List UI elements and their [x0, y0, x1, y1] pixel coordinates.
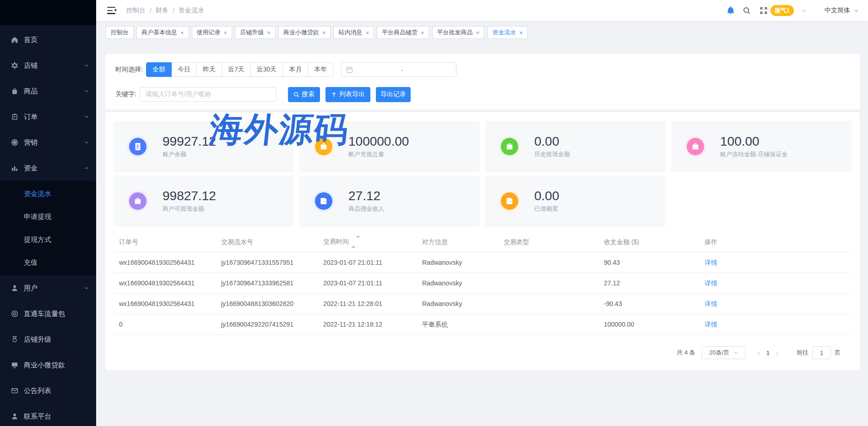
wallet-icon [501, 192, 518, 210]
sidebar: 首页 店铺 商品 订单 营销 [0, 0, 96, 426]
bag-icon [11, 87, 18, 95]
sidebar-item-orders[interactable]: 订单 [0, 104, 96, 130]
next-page-button[interactable]: › [776, 349, 778, 357]
stat-withdraw-history: 0.00历史提现金额 [485, 121, 666, 172]
goto-label: 前往 [797, 349, 808, 357]
tab-platform-wholesale[interactable]: 平台批发商品× [432, 26, 485, 39]
sidebar-item-fund-flow[interactable]: 资金流水 [0, 182, 96, 205]
prev-page-button[interactable]: ‹ [758, 349, 760, 357]
export-records-button[interactable]: 导出记录 [376, 87, 411, 102]
current-page[interactable]: 1 [766, 350, 770, 356]
sidebar-item-recharge[interactable]: 充值 [0, 251, 96, 274]
tab-usage-records[interactable]: 使用记录× [192, 26, 233, 39]
col-trade-type: 交易类型 [498, 232, 598, 252]
stat-label: 账户冻结金额-店铺保证金 [720, 150, 787, 158]
keyword-input[interactable]: 请输入订单号/用户昵称 [140, 87, 277, 102]
col-party-info: 对方信息 [417, 232, 498, 252]
app: 首页 店铺 商品 订单 营销 [0, 0, 868, 426]
date-range-input[interactable]: - [341, 62, 456, 77]
main-card: 99927.12账户余额 100000.00帐户充值总量 0.00历史提现金额 … [105, 112, 860, 370]
sidebar-item-micro-loan[interactable]: 商业小微贷款 [0, 352, 96, 378]
range-month-button[interactable]: 本月 [283, 62, 308, 77]
stat-value: 27.12 [348, 189, 384, 203]
tab-close-icon[interactable]: × [322, 30, 326, 36]
breadcrumb-separator: / [150, 7, 152, 14]
language-selector[interactable]: 中文简体 [825, 6, 859, 15]
tab-micro-loan[interactable]: 商业小微贷款× [278, 26, 331, 39]
page-size-select[interactable]: 20条/页 [702, 346, 746, 359]
sidebar-item-funds[interactable]: 资金 [0, 155, 96, 181]
monitor-icon [11, 361, 18, 369]
range-year-button[interactable]: 本年 [308, 62, 333, 77]
notification-bell-icon[interactable] [727, 6, 735, 15]
tab-close-icon[interactable]: × [519, 30, 523, 36]
tab-close-icon[interactable]: × [365, 30, 369, 36]
tab-shop-upgrade[interactable]: 店铺升级× [235, 26, 276, 39]
stats-grid: 99927.12账户余额 100000.00帐户充值总量 0.00历史提现金额 … [114, 121, 852, 227]
sidebar-item-label: 资金 [24, 164, 38, 173]
stat-label: 商户可提现金额 [163, 205, 216, 213]
sidebar-item-withdraw-method[interactable]: 提现方式 [0, 228, 96, 251]
search-icon[interactable] [743, 6, 751, 15]
chevron-down-icon [84, 115, 89, 119]
detail-link[interactable]: 详情 [705, 321, 717, 328]
tab-site-messages[interactable]: 站内消息× [333, 26, 374, 39]
time-filter-label: 时间选择: [115, 66, 143, 74]
sort-caret-icon[interactable] [351, 238, 360, 246]
chevron-down-icon [854, 8, 859, 13]
sidebar-item-goods[interactable]: 商品 [0, 78, 96, 104]
goto-page-input[interactable]: 1 [812, 346, 831, 359]
sidebar-item-withdraw-apply[interactable]: 申请提现 [0, 205, 96, 228]
tab-close-icon[interactable]: × [421, 30, 424, 36]
user-avatar-badge[interactable]: 服气1 [770, 5, 794, 16]
stat-value: 100000.00 [348, 135, 409, 148]
contact-icon [11, 413, 18, 420]
tab-close-icon[interactable]: × [476, 30, 480, 36]
tab-console[interactable]: 控制台 [106, 26, 134, 39]
tab-close-icon[interactable]: × [180, 30, 184, 36]
tab-platform-distribution[interactable]: 平台商品铺货× [377, 26, 429, 39]
sidebar-item-traffic-pack[interactable]: 直通车流量包 [0, 301, 96, 327]
sidebar-item-contact-platform[interactable]: 联系平台 [0, 404, 96, 426]
sidebar-item-users[interactable]: 用户 [0, 275, 96, 301]
sidebar-item-home[interactable]: 首页 [0, 27, 96, 53]
table-row: wx1669004819302564431 jy1673096471333962… [114, 273, 852, 294]
sidebar-item-announcements[interactable]: 公告列表 [0, 378, 96, 404]
sidebar-item-label: 充值 [24, 258, 38, 267]
detail-link[interactable]: 详情 [705, 300, 717, 307]
stat-frozen-amount: 100.00账户冻结金额-店铺保证金 [671, 121, 852, 172]
tab-fund-flow[interactable]: 资金流水× [487, 26, 528, 39]
tab-close-icon[interactable]: × [224, 30, 228, 36]
page-unit-label: 页 [835, 349, 841, 357]
breadcrumb-item[interactable]: 财务 [156, 6, 168, 15]
chevron-down-icon[interactable] [801, 8, 806, 13]
range-7days-button[interactable]: 近7天 [222, 62, 251, 77]
search-button[interactable]: 搜索 [288, 87, 320, 102]
total-count: 共 4 条 [677, 349, 695, 357]
range-30days-button[interactable]: 近30天 [251, 62, 283, 77]
briefcase-icon [687, 138, 704, 155]
sidebar-item-shop[interactable]: 店铺 [0, 53, 96, 78]
tab-close-icon[interactable]: × [267, 30, 271, 36]
fullscreen-icon[interactable] [760, 6, 768, 15]
breadcrumb-item[interactable]: 控制台 [126, 6, 146, 15]
stat-label: 已借额度 [534, 205, 559, 213]
col-trade-time[interactable]: 交易时间 [318, 232, 417, 252]
detail-link[interactable]: 详情 [705, 279, 717, 287]
export-list-button[interactable]: 列表导出 [326, 87, 370, 102]
collapse-menu-icon[interactable] [107, 7, 116, 14]
language-label: 中文简体 [825, 6, 850, 15]
wheel-icon [11, 139, 18, 146]
stat-withdrawable: 99827.12商户可提现金额 [114, 175, 294, 227]
sidebar-menu: 首页 店铺 商品 订单 营销 [0, 25, 96, 426]
rings-icon [11, 310, 18, 317]
range-all-button[interactable]: 全部 [146, 62, 172, 77]
sidebar-logo-area [0, 0, 96, 25]
sidebar-item-shop-upgrade[interactable]: 店铺升级 [0, 327, 96, 352]
detail-link[interactable]: 详情 [705, 259, 717, 266]
range-today-button[interactable]: 今日 [172, 62, 197, 77]
tab-merchant-info[interactable]: 商户基本信息× [136, 26, 189, 39]
user-icon [11, 284, 18, 292]
range-yesterday-button[interactable]: 昨天 [197, 62, 222, 77]
sidebar-item-marketing[interactable]: 营销 [0, 130, 96, 155]
